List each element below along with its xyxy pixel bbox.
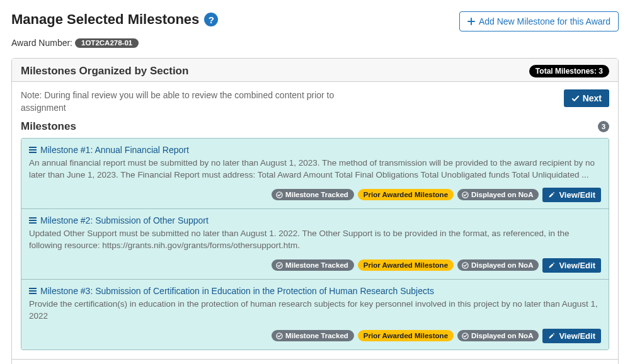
milestone-title: Milestone #1: Annual Financial Report bbox=[40, 145, 189, 155]
drag-handle-icon[interactable] bbox=[29, 147, 37, 153]
view-edit-button[interactable]: View/Edit bbox=[542, 188, 601, 202]
milestones-panel: Milestones Organized by Section Total Mi… bbox=[11, 58, 619, 364]
displayed-noa-badge: Displayed on NoA bbox=[457, 259, 539, 271]
check-circle-icon bbox=[462, 262, 469, 269]
displayed-noa-badge: Displayed on NoA bbox=[457, 330, 539, 341]
add-milestone-button[interactable]: Add New Milestone for this Award bbox=[459, 11, 619, 31]
plus-icon bbox=[467, 18, 475, 25]
page-title: Manage Selected Milestones ? bbox=[11, 11, 218, 28]
edit-icon bbox=[548, 191, 556, 198]
check-circle-icon bbox=[276, 262, 283, 269]
section-title: Milestones bbox=[21, 120, 76, 133]
displayed-noa-badge: Displayed on NoA bbox=[457, 189, 539, 200]
edit-icon bbox=[548, 332, 556, 339]
milestone-tracked-badge: Milestone Tracked bbox=[272, 259, 354, 271]
award-number-row: Award Number: 1OT2CA278-01 bbox=[11, 38, 619, 48]
prior-awarded-badge: Prior Awarded Milestone bbox=[358, 330, 454, 341]
milestone-description: Provide the certification(s) in educatio… bbox=[29, 299, 601, 322]
milestone-list: Milestone #1: Annual Financial Report An… bbox=[21, 138, 609, 350]
milestone-title: Milestone #2: Submission of Other Suppor… bbox=[40, 215, 209, 225]
edit-icon bbox=[548, 261, 556, 269]
next-button-top[interactable]: Next bbox=[564, 89, 609, 107]
milestone-item: Milestone #1: Annual Financial Report An… bbox=[21, 139, 609, 209]
help-icon[interactable]: ? bbox=[204, 13, 218, 26]
milestone-tracked-badge: Milestone Tracked bbox=[272, 330, 354, 341]
milestone-count-badge: 3 bbox=[598, 121, 609, 132]
total-milestones-badge: Total Milestones: 3 bbox=[529, 65, 609, 77]
check-circle-icon bbox=[462, 333, 469, 339]
milestone-item: Milestone #3: Submission of Certificatio… bbox=[21, 280, 609, 350]
milestone-description: Updated Other Support must be submitted … bbox=[29, 228, 601, 252]
check-icon bbox=[571, 94, 580, 103]
check-circle-icon bbox=[462, 191, 469, 198]
award-number-label: Award Number: bbox=[11, 38, 72, 48]
check-circle-icon bbox=[276, 333, 283, 339]
view-edit-button[interactable]: View/Edit bbox=[542, 329, 601, 343]
prior-awarded-badge: Prior Awarded Milestone bbox=[358, 259, 454, 271]
award-number-value: 1OT2CA278-01 bbox=[75, 38, 139, 48]
prior-awarded-badge: Prior Awarded Milestone bbox=[358, 189, 454, 200]
drag-handle-icon[interactable] bbox=[29, 217, 37, 224]
milestone-item: Milestone #2: Submission of Other Suppor… bbox=[21, 209, 609, 280]
view-edit-button[interactable]: View/Edit bbox=[542, 258, 601, 273]
milestone-title: Milestone #3: Submission of Certificatio… bbox=[40, 286, 434, 296]
review-note: Note: During final review you will be ab… bbox=[21, 89, 336, 114]
drag-handle-icon[interactable] bbox=[29, 288, 37, 294]
panel-title: Milestones Organized by Section bbox=[21, 65, 188, 77]
milestone-description: An annual financial report must be submi… bbox=[29, 157, 601, 181]
check-circle-icon bbox=[276, 191, 283, 198]
milestone-tracked-badge: Milestone Tracked bbox=[272, 189, 354, 200]
